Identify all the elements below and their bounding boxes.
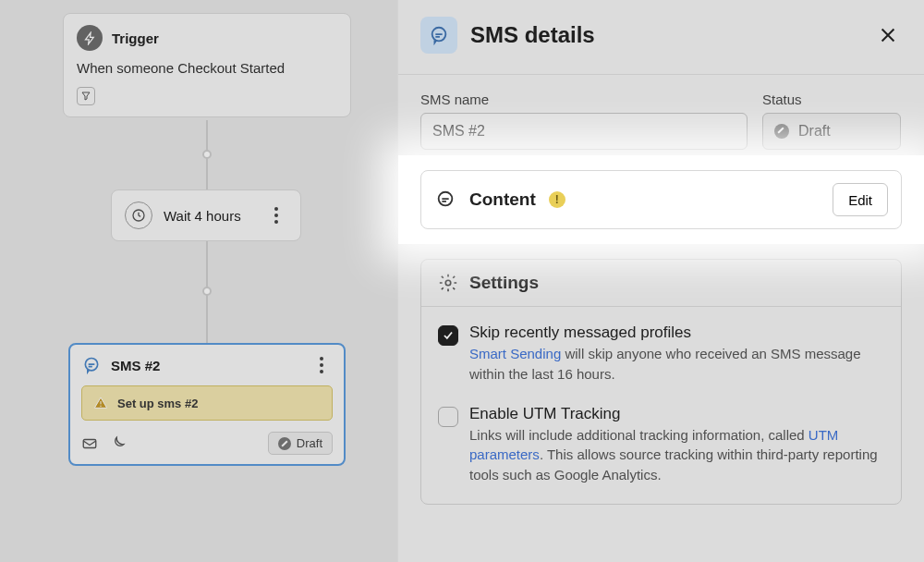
settings-card: Settings Skip recently messaged profiles… <box>420 259 902 505</box>
details-panel: SMS details SMS name Status Draft Conten… <box>397 0 924 562</box>
svg-rect-2 <box>83 439 96 447</box>
connector-node <box>202 150 212 159</box>
sms-name-input[interactable] <box>420 113 748 150</box>
panel-title: SMS details <box>470 22 861 48</box>
skip-title: Skip recently messaged profiles <box>469 324 884 342</box>
bolt-icon <box>77 25 103 51</box>
sms-card[interactable]: SMS #2 Set up sms #2 Draft <box>68 343 346 466</box>
settings-title: Settings <box>469 273 539 293</box>
status-display: Draft <box>762 113 901 150</box>
skip-description: Smart Sending will skip anyone who recei… <box>469 344 884 385</box>
gear-icon <box>438 273 458 293</box>
draft-icon <box>774 124 789 139</box>
wait-card[interactable]: Wait 4 hours <box>111 189 301 241</box>
moon-icon[interactable] <box>109 435 126 452</box>
warning-badge-icon: ! <box>549 191 565 208</box>
connector-node <box>202 287 212 296</box>
sms-card-title: SMS #2 <box>111 358 301 373</box>
trigger-card[interactable]: Trigger When someone Checkout Started <box>63 13 351 117</box>
panel-header: SMS details <box>398 0 924 75</box>
content-label: Content <box>469 189 536 210</box>
setting-utm-row: Enable UTM Tracking Links will include a… <box>438 405 884 485</box>
sms-name-label: SMS name <box>420 92 748 107</box>
sms-icon <box>81 355 102 375</box>
status-text: Draft <box>297 436 322 450</box>
content-bar: Content ! Edit <box>420 170 902 229</box>
filter-icon[interactable] <box>77 87 95 105</box>
sms-warning-text: Set up sms #2 <box>117 397 198 410</box>
edit-button[interactable]: Edit <box>833 183 888 216</box>
utm-description: Links will include additional tracking i… <box>469 425 884 485</box>
sms-warning: Set up sms #2 <box>81 385 333 421</box>
utm-title: Enable UTM Tracking <box>469 405 884 423</box>
wait-menu-button[interactable] <box>265 204 287 226</box>
status-label: Status <box>762 92 901 107</box>
trigger-title: Trigger <box>112 31 159 46</box>
content-icon <box>434 189 456 211</box>
status-badge: Draft <box>268 432 333 455</box>
svg-point-5 <box>445 280 451 286</box>
smart-sending-link[interactable]: Smart Sending <box>469 346 561 361</box>
envelope-icon[interactable] <box>81 435 98 452</box>
content-section: Content ! Edit <box>398 170 924 229</box>
sms-icon <box>420 17 457 54</box>
status-value: Draft <box>798 123 831 140</box>
flow-canvas[interactable]: Trigger When someone Checkout Started Wa… <box>0 0 397 562</box>
sms-menu-button[interactable] <box>310 354 333 376</box>
trigger-subtitle: When someone Checkout Started <box>77 60 337 76</box>
close-button[interactable] <box>874 21 902 49</box>
settings-header: Settings <box>421 260 901 307</box>
wait-label: Wait 4 hours <box>164 208 254 224</box>
setting-skip-row: Skip recently messaged profiles Smart Se… <box>438 324 884 385</box>
warning-icon <box>93 396 108 410</box>
draft-icon <box>278 437 291 450</box>
clock-icon <box>125 202 152 229</box>
skip-checkbox[interactable] <box>438 325 458 346</box>
utm-checkbox[interactable] <box>438 407 458 427</box>
